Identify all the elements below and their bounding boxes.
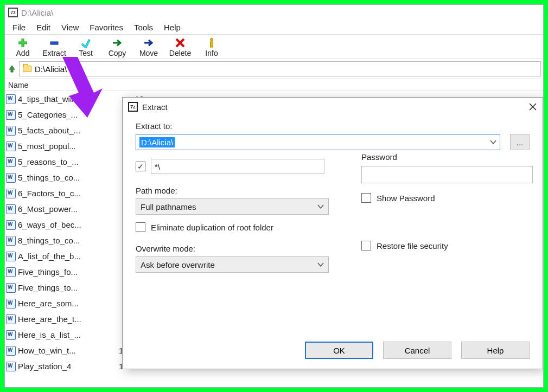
- word-doc-icon: [6, 142, 16, 151]
- file-name: 5_reasons_to_...: [18, 157, 99, 166]
- password-input[interactable]: [361, 166, 533, 183]
- restore-security-label: Restore file security: [377, 241, 448, 250]
- file-name: 6_ways_of_bec...: [18, 220, 99, 229]
- svg-point-1: [211, 38, 213, 41]
- test-icon: [80, 37, 91, 49]
- menu-file[interactable]: File: [7, 22, 31, 33]
- word-doc-icon: [6, 299, 16, 309]
- overwrite-mode-select[interactable]: Ask before overwrite: [136, 256, 329, 273]
- dialog-title: Extract: [142, 102, 168, 112]
- toolbar-test[interactable]: Test: [70, 37, 101, 57]
- word-doc-icon: [6, 346, 16, 356]
- file-name: 8_things_to_co...: [18, 236, 99, 245]
- menu-tools[interactable]: Tools: [129, 22, 158, 33]
- chevron-down-icon: [317, 203, 324, 210]
- extract-icon: [49, 37, 60, 49]
- toolbar: AddExtractTestCopyMoveDeleteInfo: [5, 35, 543, 59]
- word-doc-icon: [6, 173, 16, 183]
- extract-to-value: D:\Alicia\: [139, 137, 175, 147]
- word-doc-icon: [6, 267, 16, 277]
- file-name: 5_facts_about_...: [18, 126, 99, 135]
- file-name: Five_things_to...: [18, 283, 99, 292]
- star-pattern-input[interactable]: *\: [151, 159, 324, 174]
- password-label: Password: [361, 152, 533, 162]
- file-name: 5_things_to_co...: [18, 173, 99, 182]
- toolbar-info[interactable]: Info: [196, 37, 227, 57]
- word-doc-icon: [6, 189, 16, 198]
- toolbar-copy[interactable]: Copy: [101, 37, 133, 57]
- path-box[interactable]: D:\Alicia\: [19, 61, 541, 76]
- copy-icon: [112, 37, 123, 49]
- help-button[interactable]: Help: [461, 342, 530, 359]
- show-password-label: Show Password: [377, 194, 435, 203]
- word-doc-icon: [6, 314, 16, 324]
- close-icon[interactable]: [528, 102, 537, 111]
- app-icon: 7z: [128, 102, 138, 112]
- file-name: 5_Categories_...: [18, 110, 99, 119]
- extract-dialog: 7z Extract Extract to: D:\Alicia\ ...: [122, 97, 543, 369]
- file-name: Here_are_the_t...: [18, 314, 99, 324]
- path-text: D:\Alicia\: [35, 65, 67, 74]
- menu-bar: FileEditViewFavoritesToolsHelp: [5, 20, 543, 34]
- file-name: Here_are_som...: [18, 299, 99, 308]
- word-doc-icon: [6, 283, 16, 293]
- title-bar: 7z D:\Alicia\: [5, 5, 543, 20]
- main-window: 7z D:\Alicia\ FileEditViewFavoritesTools…: [4, 4, 544, 388]
- toolbar-add[interactable]: Add: [7, 37, 39, 57]
- chevron-down-icon: [490, 139, 496, 145]
- overwrite-mode-label: Overwrite mode:: [136, 244, 329, 253]
- menu-favorites[interactable]: Favorites: [84, 22, 129, 33]
- word-doc-icon: [6, 252, 16, 261]
- up-button[interactable]: [7, 64, 17, 74]
- add-icon: [17, 37, 28, 49]
- file-name: Here_is_a_list_...: [18, 330, 99, 339]
- cancel-button[interactable]: Cancel: [383, 342, 451, 359]
- file-name: 5_most_popul...: [18, 142, 99, 151]
- restore-security-checkbox[interactable]: [361, 241, 371, 250]
- word-doc-icon: [6, 94, 16, 104]
- menu-view[interactable]: View: [56, 22, 84, 33]
- browse-button[interactable]: ...: [510, 134, 530, 150]
- dialog-title-bar: 7z Extract: [123, 98, 543, 116]
- eliminate-label: Eliminate duplication of root folder: [151, 223, 273, 232]
- word-doc-icon: [6, 110, 16, 120]
- toolbar-extract[interactable]: Extract: [39, 37, 70, 57]
- app-icon: 7z: [8, 8, 18, 17]
- file-name: Five_things_fo...: [18, 267, 99, 277]
- menu-edit[interactable]: Edit: [31, 22, 56, 33]
- path-mode-label: Path mode:: [136, 186, 329, 195]
- word-doc-icon: [6, 157, 16, 167]
- word-doc-icon: [6, 126, 16, 136]
- star-checkbox[interactable]: ✓: [136, 162, 145, 171]
- svg-rect-0: [50, 42, 58, 44]
- menu-help[interactable]: Help: [158, 22, 186, 33]
- file-name: 4_tips_that_will...: [18, 94, 99, 104]
- address-bar: D:\Alicia\: [5, 59, 543, 79]
- toolbar-move[interactable]: Move: [133, 37, 164, 57]
- eliminate-checkbox[interactable]: [136, 222, 145, 232]
- col-name[interactable]: Name: [5, 81, 101, 89]
- file-name: A_list_of_the_b...: [18, 252, 99, 261]
- window-title: D:\Alicia\: [21, 8, 53, 17]
- delete-icon: [175, 37, 186, 49]
- word-doc-icon: [6, 204, 16, 214]
- info-icon: [206, 37, 217, 49]
- toolbar-delete[interactable]: Delete: [164, 37, 196, 57]
- path-mode-select[interactable]: Full pathnames: [136, 198, 329, 215]
- folder-icon: [23, 66, 31, 72]
- file-name: Play_station_4: [18, 362, 99, 371]
- show-password-checkbox[interactable]: [361, 193, 371, 203]
- word-doc-icon: [6, 330, 16, 340]
- extract-to-label: Extract to:: [136, 121, 530, 131]
- file-name: 6_Most_power...: [18, 204, 99, 214]
- list-header: Name: [5, 79, 543, 91]
- move-icon: [143, 37, 154, 49]
- word-doc-icon: [6, 236, 16, 246]
- svg-rect-2: [211, 42, 213, 47]
- file-name: 6_Factors_to_c...: [18, 189, 99, 198]
- chevron-down-icon: [317, 261, 324, 268]
- ok-button[interactable]: OK: [305, 342, 373, 359]
- extract-to-combo[interactable]: D:\Alicia\: [136, 134, 500, 150]
- file-name: How_to_win_t...: [18, 346, 99, 355]
- word-doc-icon: [6, 362, 16, 371]
